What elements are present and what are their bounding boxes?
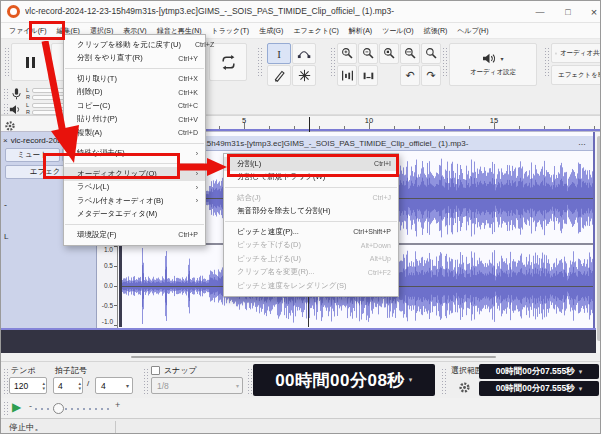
- annotation-arrow-down: [29, 41, 89, 171]
- transport-grip[interactable]: [4, 47, 9, 77]
- menu-item-6[interactable]: ピッチと速度(P)...Ctrl+Shift+P: [224, 225, 398, 239]
- horizontal-scrollbar-thumb[interactable]: [131, 356, 496, 358]
- menubar-item-9[interactable]: ツール(O): [377, 24, 418, 38]
- envelope-tool-button[interactable]: [292, 43, 316, 64]
- zoom-in-button[interactable]: [337, 43, 357, 64]
- speed-slider-thumb[interactable]: [53, 403, 64, 414]
- redo-button[interactable]: ↷: [421, 65, 441, 86]
- zoom-toggle-icon: [425, 47, 438, 60]
- snap-value: 1/8: [157, 381, 169, 391]
- scale-label: -1.0: [102, 318, 113, 325]
- chevron-down-icon: ▾: [236, 382, 239, 389]
- selection-start-value: 00時間00分07.555秒: [496, 366, 575, 378]
- selection-tool-button[interactable]: I: [267, 43, 291, 64]
- tempo-input[interactable]: 120 ▴▾: [9, 377, 47, 394]
- zoom-selection-button[interactable]: [379, 43, 399, 64]
- timeline-tick: [519, 126, 520, 129]
- zoom-grip[interactable]: [330, 47, 335, 77]
- multi-tool-button[interactable]: [292, 65, 316, 86]
- minimize-button[interactable]: —: [527, 1, 553, 22]
- chevron-down-icon[interactable]: ▾: [579, 385, 583, 393]
- menubar-item-6[interactable]: 生成(G): [254, 24, 288, 38]
- snap-grip[interactable]: [143, 368, 148, 394]
- draw-tool-button[interactable]: [267, 65, 291, 86]
- menu-item-8[interactable]: ピッチを上げる(U)Alt+Up: [224, 252, 398, 266]
- audio-setup-label: オーディオ設定: [470, 68, 516, 77]
- get-effects-button[interactable]: エフェクトを取得: [551, 65, 601, 85]
- time-toolbar-grip[interactable]: [3, 368, 8, 394]
- menu-item-4[interactable]: 無音部分を除去して分割(H): [224, 205, 398, 219]
- menu-item-10[interactable]: ピッチと速度をレンダリング(S): [224, 279, 398, 293]
- menu-item-9[interactable]: クリップ名を変更(R)...Ctrl+F2: [224, 266, 398, 280]
- selection-grip[interactable]: [441, 368, 446, 394]
- timeline-tick: [394, 126, 395, 129]
- zoom-toggle-button[interactable]: [421, 43, 441, 64]
- scale-tick: [114, 325, 117, 326]
- silence-icon: [362, 69, 375, 82]
- tempo-spinner[interactable]: ▴▾: [42, 381, 45, 390]
- time-signature-upper-input[interactable]: 4 ▴▾: [53, 377, 83, 394]
- menu-item-label: ピッチを下げる(D): [237, 240, 301, 250]
- chevron-down-icon[interactable]: ▾: [409, 376, 413, 384]
- menu-item-7[interactable]: ピッチを下げる(D)Alt+Down: [224, 239, 398, 253]
- menu-item-14[interactable]: メタデータエディタ(M): [64, 208, 205, 222]
- loop-button[interactable]: [209, 43, 247, 81]
- maximize-button[interactable]: □: [555, 1, 581, 22]
- track-close-button[interactable]: ×: [3, 136, 8, 145]
- horizontal-scrollbar[interactable]: [1, 353, 601, 361]
- menubar-item-7[interactable]: エフェクト(C): [288, 24, 344, 38]
- time-display[interactable]: 00時間00分08秒 ▾: [253, 364, 435, 396]
- snap-checkbox[interactable]: [151, 366, 160, 375]
- menubar-item-10[interactable]: 拡張(R): [419, 24, 453, 38]
- speed-grip[interactable]: [3, 401, 8, 415]
- play-at-speed-button[interactable]: ▶: [12, 400, 21, 414]
- share-grip[interactable]: [544, 47, 549, 77]
- audio-setup-grip[interactable]: [442, 47, 447, 77]
- share-audio-button[interactable]: オーディオ共有: [551, 43, 601, 63]
- menu-item-label: 結合(J): [237, 193, 261, 203]
- silence-audio-button[interactable]: [358, 65, 378, 86]
- close-button[interactable]: ×: [581, 1, 601, 22]
- menu-item-13[interactable]: ラベル付きオーディオ(B)›: [64, 194, 205, 208]
- zoom-selection-icon: [383, 47, 396, 60]
- selection-start-field[interactable]: 00時間00分07.555秒 ▾: [479, 364, 599, 379]
- timeline-tick: [469, 126, 470, 129]
- menu-item-shortcut: Ctrl+V: [178, 116, 198, 123]
- menubar-item-8[interactable]: 解析(A): [344, 24, 377, 38]
- menu-item-shortcut: Ctrl+D: [178, 129, 198, 136]
- vertical-scrollbar[interactable]: [596, 132, 601, 353]
- speed-slider-track[interactable]: [35, 408, 113, 410]
- record-meter-grip[interactable]: [3, 88, 8, 100]
- window-title: vlc-record-2024-12-23-15h49m31s-[ytmp3.e…: [25, 6, 495, 16]
- clip-menu-button[interactable]: ...: [575, 136, 589, 150]
- scale-label: -0.5: [102, 302, 113, 309]
- playback-meter-grip[interactable]: [3, 103, 8, 115]
- fit-project-button[interactable]: [400, 43, 420, 64]
- menu-item-16[interactable]: 環境設定(F)Ctrl+P: [64, 228, 205, 242]
- menu-item-label: クリップ名を変更(R)...: [237, 267, 315, 277]
- menu-item-shortcut: Ctrl+P: [178, 231, 198, 238]
- selection-settings-button[interactable]: [458, 380, 471, 398]
- vertical-scrollbar-thumb[interactable]: [597, 136, 601, 341]
- undo-button[interactable]: ↶: [400, 65, 420, 86]
- menubar-item-11[interactable]: ヘルプ(H): [452, 24, 493, 38]
- pan-left-label[interactable]: L: [4, 232, 8, 241]
- zoom-out-icon: [362, 47, 375, 60]
- bottom-toolbar: テンポ 120 ▴▾ 拍子記号 4 ▴▾ / 4 ▾ スナップ 1/8 ▾ 00…: [1, 361, 601, 398]
- time-signature-lower-select[interactable]: 4 ▾: [95, 377, 133, 394]
- annotation-rect-audio-clips: [43, 153, 180, 179]
- trim-icon: [341, 69, 354, 82]
- trim-audio-button[interactable]: [337, 65, 357, 86]
- time-display-grip[interactable]: [247, 368, 252, 394]
- selection-end-field[interactable]: 00時間00分07.555秒 ▾: [479, 381, 599, 396]
- zoom-out-button[interactable]: [358, 43, 378, 64]
- audio-setup-button[interactable]: ▾ オーディオ設定: [449, 43, 537, 86]
- menubar-item-5[interactable]: トラック(T): [207, 24, 255, 38]
- time-signature-spinner[interactable]: ▴▾: [78, 381, 81, 390]
- volume-slider-min-label[interactable]: -: [4, 200, 7, 210]
- tools-grip[interactable]: [257, 47, 262, 77]
- menu-item-3[interactable]: 結合(J)Ctrl+J: [224, 191, 398, 205]
- menu-item-12[interactable]: ラベル(L)›: [64, 181, 205, 195]
- snap-select[interactable]: 1/8 ▾: [151, 377, 243, 394]
- chevron-down-icon[interactable]: ▾: [579, 368, 583, 376]
